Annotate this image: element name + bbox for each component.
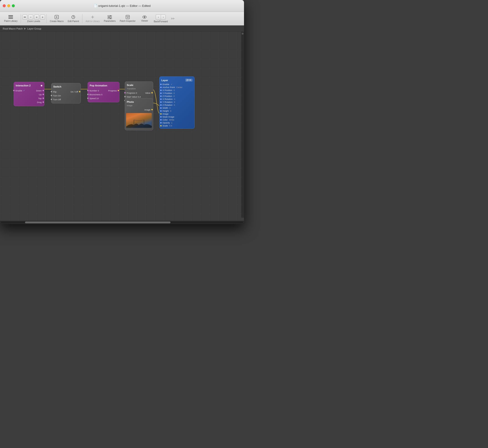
port-label-turnoff: Turn Off xyxy=(53,98,61,101)
port-label-speed: Speed 10 xyxy=(90,97,99,100)
canvas[interactable]: Interaction 2 Enable ✓ Down Up xyxy=(0,32,244,221)
port-dot xyxy=(160,98,162,100)
add-to-library-button[interactable]: Add to Library xyxy=(84,14,101,24)
patch-inspector-icon xyxy=(125,15,130,19)
breadcrumb-root[interactable]: Root Macro Patch xyxy=(3,27,23,30)
svg-rect-11 xyxy=(108,17,112,17)
nav-buttons[interactable]: ‹ › xyxy=(156,15,166,20)
port-dot xyxy=(87,97,89,99)
port-dot xyxy=(118,90,119,91)
viewer-button[interactable]: Viewer xyxy=(138,14,151,23)
breadcrumb-separator: ▶ xyxy=(24,27,26,30)
port-row-progress-in: Progress 0 xyxy=(125,91,141,94)
port-label-startval: Start Value 0.4 xyxy=(127,96,141,98)
port-label-number: Number 0 xyxy=(90,89,99,92)
port-dot xyxy=(151,109,153,110)
back-button[interactable]: ‹ xyxy=(156,15,161,20)
fullscreen-button[interactable] xyxy=(12,4,15,7)
port-dot xyxy=(160,116,162,118)
port-label-image-out: Image xyxy=(145,108,150,111)
switch-header: Switch xyxy=(51,85,81,89)
breadcrumb-child[interactable]: Layer Group xyxy=(27,27,41,30)
layer-prop-enable: Enable ✓ xyxy=(161,83,193,86)
close-button[interactable] xyxy=(3,4,6,7)
port-row-progress: Progress xyxy=(108,89,119,92)
interaction-body: Enable ✓ Down Up Tap xyxy=(14,88,44,105)
patch-library-icon xyxy=(8,15,13,19)
traffic-lights[interactable] xyxy=(3,4,15,7)
interaction-node[interactable]: Interaction 2 Enable ✓ Down Up xyxy=(14,82,44,106)
create-macro-button[interactable]: Create Macro xyxy=(48,14,66,24)
toolbar: Patch Library •• − = + Zoom Levels Creat… xyxy=(0,12,244,25)
photo-node[interactable]: Photo Image Image xyxy=(125,98,153,130)
port-dot xyxy=(79,91,80,92)
viewer-label: Viewer xyxy=(141,20,148,22)
switch-outputs: On / Off xyxy=(66,90,81,101)
zoom-minus-button[interactable]: − xyxy=(28,15,33,20)
port-dot xyxy=(51,95,52,96)
svg-rect-1 xyxy=(8,16,13,17)
svg-rect-2 xyxy=(8,18,13,19)
pop-header: Pop Animation xyxy=(88,83,119,88)
switch-node[interactable]: Switch Flip Turn On Turn Off xyxy=(51,83,81,104)
layer-prop-anchor: Anchor Point Center xyxy=(161,86,193,89)
pop-animation-node[interactable]: Pop Animation Number 0 Bounciness 5 Spee… xyxy=(88,82,119,102)
patch-inspector-button[interactable]: Patch Inspector xyxy=(118,14,137,23)
vertical-scrollbar[interactable] xyxy=(241,32,244,218)
minimize-button[interactable] xyxy=(7,4,10,7)
port-dot-tap xyxy=(42,97,44,99)
layer-prop-zrot: Z Rotation 0 xyxy=(161,104,193,106)
layer-title: Layer xyxy=(161,79,168,82)
port-label-up: Up xyxy=(39,93,42,96)
zoom-controls-group: •• − = + Zoom Levels xyxy=(22,15,45,23)
port-label-progress-out: Progress xyxy=(108,89,117,92)
layer-prop-opacity: Opacity 1 xyxy=(161,121,193,124)
scrollbar-thumb-v[interactable] xyxy=(242,33,244,35)
port-row-onoff: On / Off xyxy=(71,90,81,93)
interaction-inputs: Enable ✓ xyxy=(14,88,29,104)
port-row-startval: Start Value 0.4 xyxy=(125,95,141,98)
layer-prop-yrot: Y Rotation 0 xyxy=(161,101,193,104)
port-dot xyxy=(124,96,126,97)
port-dot xyxy=(51,99,52,100)
patch-inspector-label: Patch Inspector xyxy=(120,20,135,22)
viewer-icon xyxy=(142,15,147,19)
parameters-button[interactable]: Parameters xyxy=(102,14,117,23)
zoom-dots-button[interactable]: •• xyxy=(22,15,27,20)
zoom-plus-button[interactable]: + xyxy=(40,15,45,20)
add-to-library-icon xyxy=(90,15,95,19)
layer-prop-image: Image xyxy=(161,112,193,115)
port-dot xyxy=(160,119,162,120)
layer-body: Enable ✓ Anchor Point Center X Position … xyxy=(160,83,194,127)
port-label-onoff: On / Off xyxy=(71,90,78,93)
port-label-enable: Enable xyxy=(16,89,22,92)
forward-button[interactable]: › xyxy=(161,15,166,20)
photo-thumbnail xyxy=(126,113,152,128)
port-dot xyxy=(160,110,162,112)
interaction-dot xyxy=(41,85,42,86)
layer-node[interactable]: Layer 2 ⬆⬇ Enable ✓ Anchor Point Center … xyxy=(159,76,195,129)
port-row-enable-in: Enable ✓ xyxy=(14,89,29,92)
edit-parent-button[interactable]: Edit Parent xyxy=(66,14,81,24)
layer-prop-height: Height 0 xyxy=(161,109,193,112)
toolbar-more-button[interactable]: >> xyxy=(170,17,175,20)
pop-outputs: Progress xyxy=(104,88,119,100)
zoom-eq-button[interactable]: = xyxy=(34,15,39,20)
divider-1 xyxy=(21,14,21,23)
port-dot xyxy=(160,113,162,115)
create-macro-label: Create Macro xyxy=(50,20,64,23)
port-label-tap: Tap xyxy=(38,97,42,100)
switch-body: Flip Turn On Turn Off On / Off xyxy=(51,89,81,102)
scrollbar-thumb-h[interactable] xyxy=(25,222,170,223)
scale-header: Scale xyxy=(125,83,153,88)
switch-inputs: Flip Turn On Turn Off xyxy=(51,90,66,101)
horizontal-scrollbar[interactable] xyxy=(0,221,244,224)
back-forward-button[interactable]: ‹ › Back/Forward xyxy=(152,14,170,24)
port-row-turnon: Turn On xyxy=(51,94,66,97)
parameters-label: Parameters xyxy=(104,20,116,22)
patch-library-button[interactable]: Patch Library xyxy=(2,14,19,23)
zoom-buttons[interactable]: •• − = + xyxy=(22,15,45,20)
photo-subtitle: Image xyxy=(125,104,153,107)
port-dot xyxy=(160,101,162,103)
layer-prop-width: Width 0 xyxy=(161,106,193,109)
